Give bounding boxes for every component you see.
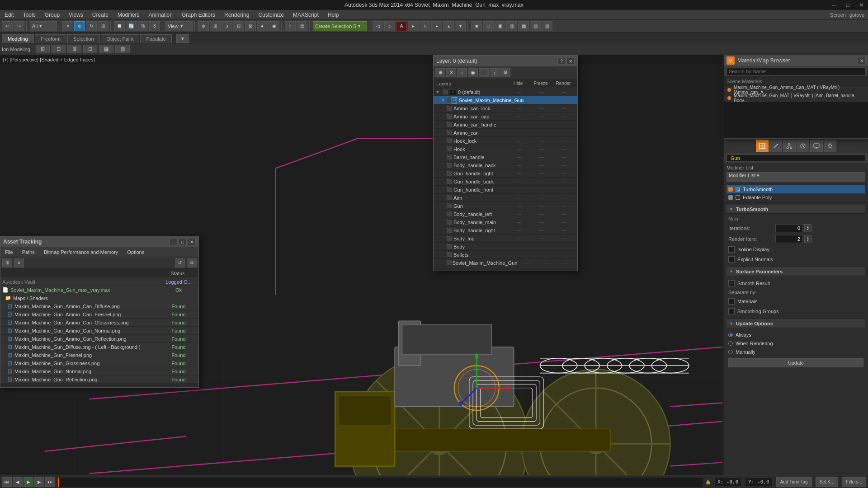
menu-views[interactable]: Views — [64, 10, 88, 19]
asset-settings-btn[interactable]: ⚙ — [187, 258, 197, 267]
render6-btn[interactable]: ▥ — [506, 21, 517, 31]
close-button[interactable]: ✕ — [854, 0, 868, 10]
st-btn-5[interactable]: ▦ — [99, 45, 113, 53]
percent-snap[interactable]: % — [137, 21, 148, 31]
render-iters-spinner[interactable]: ▲ ▼ — [804, 235, 811, 243]
layer-ammo-lock[interactable]: ⬛ Ammo_can_lock — — — — [434, 104, 577, 113]
layer-barrel-handle[interactable]: ⬛ Barrel_handle — — — — [434, 153, 577, 161]
layer-gun[interactable]: ⬛ Gun — — — — [434, 202, 577, 210]
cmd-utilities-icon[interactable] — [824, 140, 836, 152]
mod-checkbox-ep[interactable] — [736, 195, 740, 200]
layer-item-0[interactable]: ▼ ⬛ ✓ 0 (default) — — — — [434, 88, 577, 96]
tab-selection[interactable]: Selection — [67, 34, 99, 43]
layer-settings-btn[interactable]: ⚙ — [500, 68, 510, 77]
manually-radio[interactable] — [728, 350, 733, 354]
menu-tools[interactable]: Tools — [19, 10, 40, 19]
anim5-btn[interactable]: ▾ — [455, 21, 466, 31]
layer-select-obj-btn[interactable]: ◉ — [468, 68, 478, 77]
spinner-snap[interactable]: S — [149, 21, 160, 31]
modifier-turbosmooth[interactable]: ☑ TurboSmooth — [726, 185, 865, 193]
mat-close-btn[interactable]: ✕ — [858, 57, 866, 64]
layer-body-handle-back[interactable]: ⬛ Body_handle_back — — — — [434, 161, 577, 169]
cmd-hierarchy-icon[interactable] — [783, 140, 796, 152]
create-selection-dropdown[interactable]: Create Selection 5▾ — [313, 21, 367, 31]
asset-maps-folder[interactable]: 📁 Maps / Shaders — [0, 294, 198, 302]
anim-set-btn[interactable]: ▸ — [408, 21, 419, 31]
layer-body-handle-main[interactable]: ⬛ Body_handle_main — — — — [434, 218, 577, 226]
tab-modeling[interactable]: Modeling — [2, 34, 34, 43]
layer-body[interactable]: ⬛ Body — — — — [434, 243, 577, 251]
st-btn-2[interactable]: ⊟ — [52, 45, 66, 53]
iterations-input[interactable] — [775, 224, 802, 232]
set-key-btn[interactable]: ▷ — [384, 21, 395, 31]
layer-bullets[interactable]: ⬛ Bullets — — — — [434, 251, 577, 259]
menu-group[interactable]: Group — [40, 10, 64, 19]
window-controls[interactable]: ─ □ ✕ — [827, 0, 868, 10]
layer-vis-checkbox[interactable]: ✓ — [450, 89, 456, 95]
asset-row-1[interactable]: 🖼 Maxim_Machine_Gun_Ammo_Can_Diffuse.png… — [0, 302, 198, 310]
layer-btn[interactable]: ▤ — [297, 21, 307, 31]
menu-modifiers[interactable]: Modifiers — [113, 10, 144, 19]
asset-menu-options[interactable]: Options — [123, 247, 149, 257]
mirror-btn[interactable]: ⊟ — [233, 21, 244, 31]
turbsmooth-rollout[interactable]: TurboSmooth — [726, 205, 865, 214]
surface-params-rollout[interactable]: Surface Parameters — [726, 267, 865, 276]
asset-list-btn[interactable]: ≡ — [14, 258, 24, 267]
layer-help-btn[interactable]: ? — [557, 57, 566, 65]
viewport-header[interactable]: [+] [Perspective] [Shaded + Edged Faces] — [0, 55, 722, 64]
asset-row-6[interactable]: 🖼 Maxim_Machine_Gun_Diffuse.png - ( Left… — [0, 343, 198, 351]
layer-panel-header[interactable]: Layer: 0 (default) ? ✕ — [434, 56, 577, 66]
render-iters-input[interactable] — [775, 235, 802, 243]
auto-key-btn[interactable]: A — [396, 21, 407, 31]
render8-btn[interactable]: ▧ — [530, 21, 541, 31]
layer-gun-handle-right[interactable]: ⬛ Gun_handle_right — — — — [434, 169, 577, 178]
play-btn[interactable]: ▶ — [24, 477, 33, 487]
goto-end-btn[interactable]: ⏭ — [45, 477, 55, 487]
update-options-rollout[interactable]: Update Options — [726, 319, 865, 328]
undo-button[interactable]: ↩ — [2, 21, 13, 31]
select-move-btn[interactable]: ⊕ — [74, 21, 85, 31]
angle-snap[interactable]: 🔄 — [126, 21, 137, 31]
cmd-motion-icon[interactable] — [797, 140, 809, 152]
modifier-editable-poly[interactable]: Editable Poly — [726, 193, 865, 202]
render2-btn[interactable]: ◉ — [269, 21, 279, 31]
maximize-button[interactable]: □ — [841, 0, 854, 10]
minimize-button[interactable]: ─ — [827, 0, 841, 10]
render9-btn[interactable]: ▨ — [542, 21, 552, 31]
cmd-display-icon[interactable] — [810, 140, 823, 152]
asset-row-2[interactable]: 🖼 Maxim_Machine_Gun_Ammo_Can_Fresnel.png… — [0, 310, 198, 319]
menu-graph-editors[interactable]: Graph Editors — [177, 10, 220, 19]
layer-ammo-cap[interactable]: ⬛ Ammo_can_cap — — — — [434, 113, 577, 121]
set-key-btn2[interactable]: Set K... — [816, 477, 839, 487]
asset-row-4[interactable]: 🖼 Maxim_Machine_Gun_Ammo_Can_Normal.png … — [0, 327, 198, 335]
menu-maxscript[interactable]: MAXScript — [288, 10, 323, 19]
align-btn[interactable]: ⊞ — [210, 21, 221, 31]
st-btn-3[interactable]: ⊠ — [67, 45, 81, 53]
layer-move-btn[interactable]: ↕ — [490, 68, 500, 77]
st-btn-4[interactable]: ⊡ — [83, 45, 97, 53]
menu-customize[interactable]: Customize — [254, 10, 288, 19]
asset-row-vault[interactable]: Autodesk Vault Logged O... — [0, 278, 198, 286]
asset-panel-header[interactable]: Asset Tracking ─ □ ✕ — [0, 236, 198, 247]
st-btn-1[interactable]: ⊞ — [36, 45, 50, 53]
asset-menu-file[interactable]: File — [0, 247, 18, 257]
asset-row-7[interactable]: 🖼 Maxim_Machine_Gun_Fresnel.png Found — [0, 351, 198, 359]
asset-menu-bitmap[interactable]: Bitmap Performance and Memory — [39, 247, 123, 257]
anim4-btn[interactable]: ▴ — [443, 21, 454, 31]
asset-row-9[interactable]: 🖼 Maxim_Machine_Gun_Normal.png Found — [0, 367, 198, 375]
layer-check-soviet[interactable]: □ — [452, 97, 457, 103]
cmd-create-icon[interactable] — [756, 140, 769, 152]
materials-checkbox[interactable] — [728, 298, 735, 305]
3d-snap-btn[interactable]: 3 — [222, 21, 232, 31]
redo-button[interactable]: ↪ — [14, 21, 24, 31]
layer-body-handle-left[interactable]: ⬛ Body_handle_left — — — — [434, 210, 577, 218]
render3-btn[interactable]: ■ — [471, 21, 482, 31]
always-radio[interactable] — [728, 333, 733, 337]
layer-hook-lock[interactable]: ⬛ Hook_lock — — — — [434, 137, 577, 145]
layer-body-top[interactable]: ⬛ Body_top — — — — [434, 235, 577, 243]
asset-refresh-btn[interactable]: ↺ — [175, 258, 185, 267]
explicit-normals-checkbox[interactable] — [728, 256, 735, 263]
st-btn-6[interactable]: ▧ — [115, 45, 130, 53]
anim3-btn[interactable]: ▸ — [431, 21, 442, 31]
layer-add-sel-btn[interactable]: + — [457, 68, 467, 77]
